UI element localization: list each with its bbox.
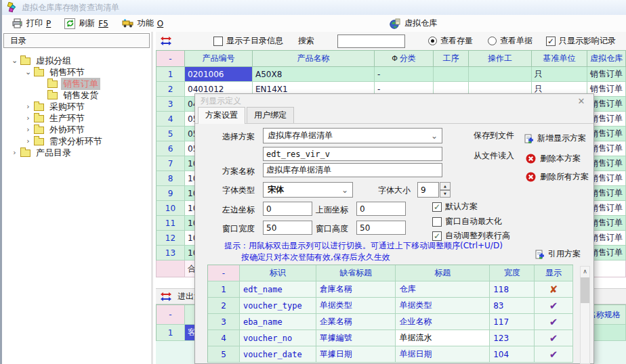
font-type-label: 字体类型	[222, 185, 255, 196]
hint-text-line1: 提示：用鼠标双击显示列可以进行切换。可通过上下移动调整顺序(Ctrl+U/D)	[224, 240, 503, 252]
folder-icon	[20, 150, 30, 157]
reference-scheme-button[interactable]: 引用方案	[535, 248, 581, 260]
show-subdir-checkbox[interactable]	[213, 37, 223, 46]
delete-all-schemes-button[interactable]: 删除所有方案	[526, 171, 589, 183]
category-header[interactable]: Φ分类	[375, 50, 434, 67]
folder-icon	[20, 58, 30, 65]
editing-title-cell[interactable]: 单据流水	[396, 330, 490, 346]
flow-row-number-header[interactable]: -	[156, 304, 185, 325]
close-icon[interactable]: ✕	[575, 96, 588, 106]
top-coord-input[interactable]	[356, 202, 406, 216]
row-number-cell: 5	[156, 127, 185, 141]
row-number-header[interactable]: -	[156, 50, 185, 67]
grid-row[interactable]: 2voucher_type单据类型单据类型83✔	[208, 298, 573, 314]
font-size-stepper[interactable]: ▲ ▼	[440, 182, 451, 198]
expand-arrow-icon[interactable]: ⌄	[10, 56, 19, 65]
view-voucher-label: 查看单据	[500, 35, 533, 47]
grid-row[interactable]: 1edt_name倉庫名稱仓库118✘	[208, 281, 573, 298]
operator-cell	[469, 67, 532, 82]
view-stock-radio[interactable]	[428, 37, 437, 45]
process-header[interactable]: 工序	[434, 50, 469, 67]
product-name-header[interactable]: 产品名称	[253, 50, 375, 67]
default-scheme-checkbox[interactable]: ✓ 默认方案	[432, 201, 478, 212]
app-window: 虚拟仓库库存物资查询清单 打印P 刷新F5 功能O 虚拟仓库 目录 ⌄虚拟分组 …	[0, 0, 626, 364]
base-unit-header[interactable]: 基准单位	[532, 50, 587, 67]
expand-arrow-icon[interactable]: ›	[24, 137, 33, 145]
tab-user-binding[interactable]: 用户绑定	[247, 107, 294, 123]
swap-columns-icon[interactable]	[161, 292, 171, 301]
search-input[interactable]	[337, 35, 405, 48]
tree-item-sales-stage[interactable]: ⌄销售环节	[2, 66, 151, 78]
scheme-id-input[interactable]	[263, 147, 442, 161]
print-button[interactable]: 打印P	[5, 16, 58, 30]
operator-header[interactable]: 操作工	[469, 50, 532, 67]
only-affected-checkbox[interactable]: ✓	[546, 37, 556, 46]
expand-arrow-icon[interactable]: ›	[24, 102, 33, 111]
truck-icon	[122, 19, 134, 28]
scheme-name-input[interactable]	[263, 163, 442, 177]
tree-item-demand-analysis-stage[interactable]: ›需求分析环节	[2, 135, 151, 147]
row-number-cell: 6	[156, 141, 185, 156]
virtual-warehouse-header[interactable]: 虚拟仓库	[587, 50, 626, 67]
tree-item-sales-order[interactable]: 销售订单	[2, 78, 151, 89]
tree-item-purchase-stage[interactable]: ›采购环节	[2, 101, 151, 112]
dialog-body: 选择方案 虚拟库存单据清单 ⌄ 保存到文件 从文件读入 新增显示方案 删除本方案…	[195, 124, 593, 364]
scrollbar-thumb[interactable]	[581, 277, 589, 303]
window-width-input[interactable]	[263, 221, 312, 235]
scheme-select[interactable]: 虚拟库存单据清单 ⌄	[263, 128, 442, 143]
tab-scheme-settings[interactable]: 方案设置	[198, 107, 245, 124]
font-size-input[interactable]	[417, 182, 439, 198]
printer-icon	[12, 18, 23, 28]
base-unit-cell: 只	[532, 67, 587, 82]
scroll-up-icon[interactable]: ∧	[583, 267, 587, 276]
expand-arrow-icon[interactable]: ›	[24, 114, 33, 122]
left-coord-input[interactable]	[263, 202, 312, 216]
spinner-down-icon[interactable]: ▼	[440, 190, 451, 198]
doc-plus-icon	[524, 134, 533, 143]
display-check-icon[interactable]: ✔	[549, 300, 558, 312]
window-frame-edge	[0, 0, 2, 364]
folder-icon	[34, 69, 44, 76]
tree-item-product-catalog[interactable]: ›产品目录	[2, 147, 151, 158]
expand-arrow-icon[interactable]: ›	[24, 125, 33, 134]
display-x-icon[interactable]: ✘	[549, 283, 558, 296]
window-height-label: 窗口高度	[316, 223, 348, 235]
tree-item-sales-delivery[interactable]: 销售发货	[2, 89, 151, 101]
toolbar: 打印P 刷新F5 功能O 虚拟仓库	[2, 15, 626, 32]
grid-scrollbar[interactable]: ∧	[580, 266, 590, 364]
display-check-icon[interactable]: ✔	[549, 316, 558, 328]
grid-header-row: - 标识 缺省标题 标题 宽度 显示	[208, 265, 573, 281]
spinner-up-icon[interactable]: ▲	[440, 182, 451, 190]
flow-row-number-cell: 1	[156, 325, 185, 341]
save-to-file-button[interactable]: 保存到文件	[474, 130, 514, 141]
table-row[interactable]: 10201006A50X8-只销售订单	[156, 67, 626, 82]
display-check-icon[interactable]: ✔	[549, 332, 558, 344]
auto-maximize-checkbox[interactable]: 窗口自动最大化	[432, 216, 502, 227]
add-scheme-button[interactable]: 新增显示方案	[524, 133, 586, 144]
refresh-button[interactable]: 刷新F5	[58, 16, 115, 30]
tree-item-virtual-group[interactable]: ⌄虚拟分组	[2, 55, 151, 66]
swap-columns-icon[interactable]	[161, 37, 171, 45]
expand-arrow-icon[interactable]: ⌄	[24, 68, 33, 76]
folder-icon	[34, 138, 44, 145]
grid-row[interactable]: 5voucher_date單據日期单据日期104✔	[208, 346, 573, 363]
grid-row[interactable]: 4voucher_no單據編號单据流水123✔	[208, 330, 573, 346]
tree-item-production-stage[interactable]: ›生产环节	[2, 112, 151, 124]
function-button[interactable]: 功能O	[115, 16, 170, 30]
dialog-tabs: 方案设置 用户绑定	[195, 108, 593, 124]
tree-item-outsource-stage[interactable]: ›外协环节	[2, 124, 151, 135]
view-voucher-radio[interactable]	[488, 37, 497, 45]
product-code-cell[interactable]: 0201006	[185, 67, 253, 82]
product-code-header[interactable]: 产品编号	[185, 50, 253, 67]
font-type-select[interactable]: 宋体 ⌄	[263, 182, 353, 198]
grid-row[interactable]: 3eba_name企業名稱企业名称117✔	[208, 314, 573, 330]
directory-tree: ⌄虚拟分组 ⌄销售环节 销售订单 销售发货 ›采购环节 ›生产环节 ›外协环节 …	[2, 49, 151, 158]
view-stock-label: 查看存量	[440, 35, 473, 47]
read-from-file-button[interactable]: 从文件读入	[474, 150, 514, 162]
expand-arrow-icon[interactable]: ›	[10, 148, 19, 157]
window-height-input[interactable]	[356, 221, 406, 235]
row-number-cell: 12	[156, 231, 185, 246]
folder-icon	[34, 104, 44, 111]
display-check-icon[interactable]: ✔	[549, 348, 558, 361]
delete-scheme-button[interactable]: 删除本方案	[526, 153, 581, 164]
